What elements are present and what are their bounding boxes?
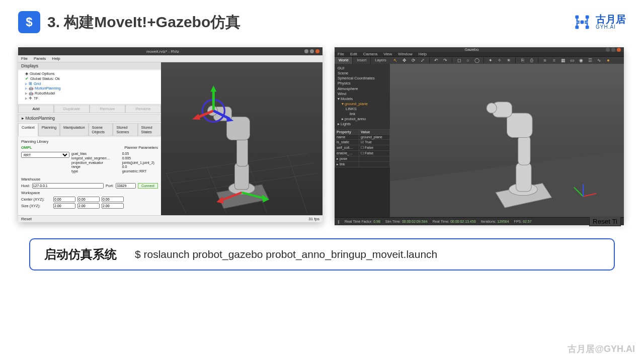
paste-icon[interactable]: ⎙ [528, 57, 535, 64]
svg-rect-14 [234, 163, 249, 190]
gazebo-window-title: Gazebo [338, 47, 606, 52]
rviz-titlebar[interactable]: moveit.rviz* - RViz [18, 47, 323, 55]
gz-tab-world[interactable]: World [335, 57, 353, 64]
gz-menu-view[interactable]: View [383, 52, 392, 56]
snap-icon[interactable]: ⌗ [550, 57, 557, 64]
connect-button[interactable]: Connect [138, 183, 158, 189]
pointlight-icon[interactable]: ✦ [487, 57, 494, 64]
gz-menu-help[interactable]: Help [419, 52, 427, 56]
gazebo-toolbar: ↖ ✥ ⟳ ⤢ ↶ ↷ ◻ ○ ◯ ✦ ✧ ☀ ⎘ ⎙ ≡ ⌗ [390, 57, 624, 64]
view-icon[interactable]: ▦ [559, 57, 567, 64]
gz-menu-window[interactable]: Window [398, 52, 412, 56]
svg-rect-0 [575, 15, 579, 19]
gazebo-titlebar[interactable]: Gazebo [335, 47, 624, 52]
copy-icon[interactable]: ⎘ [519, 57, 526, 64]
svg-rect-38 [518, 136, 530, 165]
property-panel[interactable]: PropertyValue nameground_plane is_static… [335, 129, 390, 167]
displays-panel-title[interactable]: Displays [18, 62, 161, 69]
gazebo-3d-view[interactable] [390, 64, 624, 217]
svg-marker-22 [210, 85, 216, 92]
planner-select[interactable]: RRT [21, 152, 69, 158]
gz-menu-camera[interactable]: Camera [363, 52, 377, 56]
menu-panels[interactable]: Panels [34, 56, 46, 61]
svg-rect-39 [507, 113, 533, 138]
screenshot-icon[interactable]: ◉ [578, 57, 585, 64]
gz-tab-insert[interactable]: Insert [353, 57, 371, 64]
align-icon[interactable]: ≡ [541, 57, 548, 64]
undo-icon[interactable]: ↶ [433, 57, 440, 64]
gazebo-window: Gazebo File Edit Camera View Window Help… [335, 47, 624, 222]
svg-rect-3 [586, 26, 589, 29]
brand-name-cn: 古月居 [596, 14, 626, 25]
sphere-icon[interactable]: ○ [464, 57, 471, 64]
world-tree[interactable]: GUI Scene Spherical Coordinates Physics … [335, 64, 390, 129]
svg-rect-1 [586, 15, 589, 19]
reset-button[interactable]: Reset [21, 217, 32, 221]
pause-button[interactable]: ‖ [338, 220, 340, 224]
cursor-icon[interactable]: ↖ [392, 57, 399, 64]
scale-icon[interactable]: ⤢ [419, 57, 426, 64]
size-y[interactable] [77, 203, 100, 209]
box-icon[interactable]: ◻ [455, 57, 462, 64]
host-label: Host: [21, 184, 30, 188]
displays-tree[interactable]: ◈Global Options ✔Global Status: Ok ▹⊞Gri… [18, 70, 161, 104]
rviz-menubar: File Panels Help [18, 55, 323, 62]
gz-close-icon[interactable] [617, 48, 621, 52]
center-x[interactable] [53, 197, 75, 202]
add-button[interactable]: Add [18, 105, 54, 113]
svg-rect-2 [575, 26, 579, 29]
dirlight-icon[interactable]: ☀ [505, 57, 512, 64]
gazebo-menubar: File Edit Camera View Window Help [335, 52, 624, 57]
size-z[interactable] [102, 203, 124, 209]
gz-maximize-icon[interactable] [611, 48, 615, 52]
planning-library-label: Planning Library [21, 139, 158, 144]
slide-logo-icon: $ [18, 11, 40, 33]
motionplanning-panel-title[interactable]: ▸ MotionPlanning [18, 114, 161, 122]
reset-time-button[interactable]: Reset Ti [589, 217, 621, 226]
maximize-icon[interactable] [310, 49, 314, 53]
gz-menu-file[interactable]: File [338, 52, 344, 56]
cylinder-icon[interactable]: ◯ [473, 57, 480, 64]
center-z[interactable] [102, 197, 124, 202]
tab-planning[interactable]: Planning [38, 123, 60, 136]
command-label: 启动仿真系统 [44, 246, 117, 262]
gz-menu-edit[interactable]: Edit [350, 52, 357, 56]
gz-tab-layers[interactable]: Layers [371, 57, 391, 64]
command-text: $ roslaunch probot_gazebo probot_anno_br… [135, 248, 437, 260]
center-y[interactable] [77, 197, 100, 202]
tab-stored-states[interactable]: Stored States [138, 123, 161, 136]
gzfps-value: 62.57 [523, 220, 532, 223]
rviz-3d-view[interactable] [161, 62, 323, 215]
minimize-icon[interactable] [304, 49, 308, 53]
svg-rect-37 [516, 163, 531, 192]
command-callout: 启动仿真系统 $ roslaunch probot_gazebo probot_… [29, 238, 615, 270]
gz-minimize-icon[interactable] [606, 48, 610, 52]
context-pane: Planning Library OMPL Planner Parameters… [18, 137, 161, 215]
gazebo-statusbar: ‖ Real Time Factor: 0.98 Sim Time: 00:00… [335, 217, 624, 225]
host-input[interactable] [32, 183, 104, 189]
translate-icon[interactable]: ✥ [401, 57, 408, 64]
tab-context[interactable]: Context [18, 123, 38, 136]
log-icon[interactable]: ☰ [587, 57, 594, 64]
rviz-scene-icon [161, 62, 323, 215]
record-icon[interactable]: ● [605, 57, 612, 64]
menu-file[interactable]: File [21, 56, 28, 61]
tab-stored-scenes[interactable]: Stored Scenes [113, 123, 137, 136]
port-input[interactable] [116, 183, 136, 189]
rviz-window: moveit.rviz* - RViz File Panels Help Dis… [18, 47, 323, 222]
menu-help[interactable]: Help [52, 56, 60, 61]
close-icon[interactable] [315, 49, 319, 53]
size-x[interactable] [53, 203, 75, 209]
realtime-value: 00:00:02:13.450 [450, 220, 476, 223]
brand-mark-icon [574, 14, 591, 31]
slide-header: $ 3. 构建MoveIt!+Gazebo仿真 古月居 GYH.AI [0, 0, 644, 33]
plot-icon[interactable]: ∿ [596, 57, 603, 64]
tab-scene-objects[interactable]: Scene Objects [89, 123, 113, 136]
tab-manipulation[interactable]: Manipulation [60, 123, 89, 136]
mp-tabs: Context Planning Manipulation Scene Obje… [18, 123, 161, 136]
redo-icon[interactable]: ↷ [442, 57, 449, 64]
ortho-icon[interactable]: ▭ [569, 57, 576, 64]
planner-params-label: Planner Parameters [124, 145, 158, 150]
spotlight-icon[interactable]: ✧ [496, 57, 503, 64]
rotate-icon[interactable]: ⟳ [410, 57, 417, 64]
